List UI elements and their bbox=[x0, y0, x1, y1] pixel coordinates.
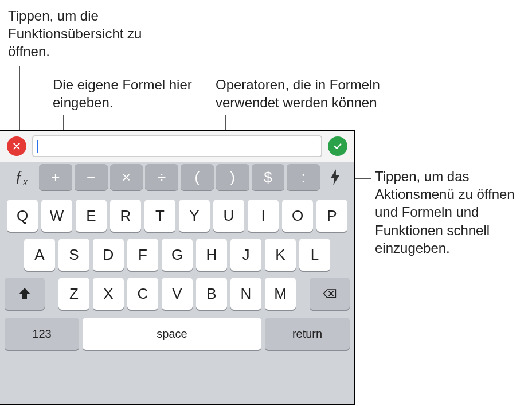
op-divide[interactable]: ÷ bbox=[145, 164, 178, 190]
bolt-icon bbox=[329, 169, 342, 186]
key-z[interactable]: Z bbox=[58, 278, 89, 310]
key-p[interactable]: P bbox=[316, 200, 347, 232]
key-q[interactable]: Q bbox=[7, 200, 38, 232]
callout-input: Die eigene Formel hier eingeben. bbox=[53, 76, 196, 111]
op-multiply[interactable]: × bbox=[110, 164, 143, 190]
confirm-button[interactable] bbox=[328, 136, 347, 156]
numbers-key[interactable]: 123 bbox=[5, 318, 79, 350]
key-c[interactable]: C bbox=[127, 278, 158, 310]
key-t[interactable]: T bbox=[144, 200, 175, 232]
key-k[interactable]: K bbox=[265, 239, 296, 271]
formula-input[interactable] bbox=[32, 135, 322, 157]
key-b[interactable]: B bbox=[196, 278, 227, 310]
op-rparen[interactable]: ) bbox=[216, 164, 249, 190]
x-icon bbox=[11, 141, 22, 151]
shift-key[interactable] bbox=[5, 278, 45, 310]
key-l[interactable]: L bbox=[299, 239, 330, 271]
cancel-button[interactable] bbox=[7, 136, 26, 156]
key-i[interactable]: I bbox=[248, 200, 279, 232]
key-row-2: A S D F G H J K L bbox=[2, 239, 352, 271]
qwerty-area: Q W E R T Y U I O P A S D F G H J K L bbox=[0, 197, 354, 357]
key-j[interactable]: J bbox=[230, 239, 261, 271]
key-o[interactable]: O bbox=[282, 200, 313, 232]
key-e[interactable]: E bbox=[76, 200, 107, 232]
operator-keys: + − × ÷ ( ) $ : bbox=[39, 164, 320, 190]
key-row-1: Q W E R T Y U I O P bbox=[2, 200, 352, 232]
fx-button[interactable]: ƒx bbox=[3, 164, 39, 190]
key-r[interactable]: R bbox=[110, 200, 141, 232]
key-a[interactable]: A bbox=[24, 239, 55, 271]
operator-row: ƒx + − × ÷ ( ) $ : bbox=[0, 162, 354, 197]
key-f[interactable]: F bbox=[127, 239, 158, 271]
key-y[interactable]: Y bbox=[179, 200, 210, 232]
key-d[interactable]: D bbox=[93, 239, 124, 271]
actions-button[interactable] bbox=[320, 164, 351, 190]
op-plus[interactable]: + bbox=[39, 164, 72, 190]
callout-ops: Operatoren, die in Formeln verwendet wer… bbox=[216, 76, 399, 111]
key-g[interactable]: G bbox=[162, 239, 193, 271]
key-s[interactable]: S bbox=[58, 239, 89, 271]
key-v[interactable]: V bbox=[162, 278, 193, 310]
op-colon[interactable]: : bbox=[287, 164, 320, 190]
op-lparen[interactable]: ( bbox=[181, 164, 214, 190]
callout-fx: Tippen, um die Funktionsübersicht zu öff… bbox=[8, 7, 157, 61]
backspace-key[interactable] bbox=[310, 278, 350, 310]
formula-bar bbox=[0, 131, 354, 162]
key-row-4: 123 space return bbox=[2, 318, 352, 353]
key-h[interactable]: H bbox=[196, 239, 227, 271]
key-m[interactable]: M bbox=[265, 278, 296, 310]
callout-bolt: Tippen, um das Aktionsmenü zu öffnen und… bbox=[375, 167, 530, 257]
backspace-icon bbox=[323, 287, 337, 300]
key-x[interactable]: X bbox=[93, 278, 124, 310]
text-cursor bbox=[37, 140, 38, 153]
key-row-3: Z X C V B N M bbox=[2, 278, 352, 310]
space-key[interactable]: space bbox=[83, 318, 261, 350]
keyboard-panel: ƒx + − × ÷ ( ) $ : Q W E R T bbox=[0, 130, 355, 405]
key-u[interactable]: U bbox=[213, 200, 244, 232]
check-icon bbox=[332, 141, 343, 151]
key-w[interactable]: W bbox=[41, 200, 72, 232]
op-dollar[interactable]: $ bbox=[252, 164, 285, 190]
op-minus[interactable]: − bbox=[75, 164, 108, 190]
key-n[interactable]: N bbox=[230, 278, 261, 310]
fx-label: ƒx bbox=[15, 167, 28, 188]
shift-icon bbox=[18, 287, 32, 300]
return-key[interactable]: return bbox=[265, 318, 350, 350]
